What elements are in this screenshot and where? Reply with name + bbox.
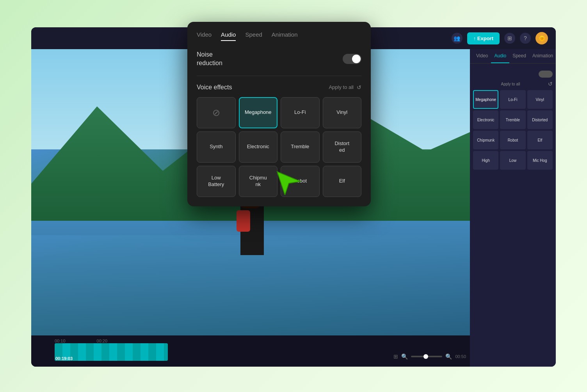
effect-tremble[interactable]: Tremble — [281, 131, 320, 163]
effect-megaphone-right[interactable]: Megaphone — [473, 90, 498, 109]
help-icon[interactable]: ? — [520, 33, 531, 44]
overlay-tab-speed[interactable]: Speed — [245, 31, 262, 41]
effect-michog-right[interactable]: Mic Hog — [527, 151, 553, 170]
zoom-time-label: 00:50 — [455, 354, 466, 359]
voice-effects-label: Voice effects — [197, 84, 232, 91]
zoom-slider[interactable] — [411, 356, 442, 357]
right-panel-tabs: Video Audio Speed Animation — [470, 49, 556, 64]
none-icon: ⊘ — [212, 106, 220, 119]
effect-vinyl[interactable]: Vinyl — [323, 97, 362, 128]
right-panel-content: Apply to all ↺ Megaphone Lo-Fi Vinyl Ele… — [470, 64, 556, 367]
people-icon[interactable]: 👥 — [452, 33, 462, 44]
right-panel: Video Audio Speed Animation Apply to all… — [470, 49, 556, 367]
zoom-out-icon[interactable]: 🔍 — [401, 353, 408, 360]
add-media-icon[interactable]: ⊞ — [393, 353, 398, 360]
toggle-thumb — [352, 55, 361, 63]
effect-robot[interactable]: Robot — [281, 166, 320, 197]
reset-icon-right[interactable]: ↺ — [548, 81, 553, 87]
export-button[interactable]: ↑ Export — [467, 32, 500, 44]
noise-reduction-toggle[interactable] — [343, 54, 361, 64]
zoom-slider-thumb — [423, 354, 428, 359]
effect-high-right[interactable]: High — [473, 151, 498, 170]
effect-distorted[interactable]: Distorted — [323, 131, 362, 163]
effect-low-right[interactable]: Low — [500, 151, 525, 170]
effect-synth[interactable]: Synth — [197, 131, 236, 163]
grid-icon[interactable]: ⊞ — [504, 33, 515, 44]
effect-none[interactable]: ⊘ — [197, 97, 236, 128]
overlay-tab-video[interactable]: Video — [197, 31, 212, 41]
noise-reduction-row: Noise reduction — [197, 50, 361, 68]
overlay-panel: Video Audio Speed Animation Noise reduct… — [187, 22, 371, 206]
voice-effects-header: Voice effects Apply to all ↺ — [197, 84, 361, 91]
effect-robot-right[interactable]: Robot — [500, 131, 525, 149]
timeline-ruler: 00:10 00:20 — [55, 339, 466, 343]
rp-effects-header: Apply to all ↺ — [473, 81, 553, 87]
effects-grid-right: Megaphone Lo-Fi Vinyl Electronic Tremble… — [473, 90, 553, 170]
effect-low-battery[interactable]: LowBattery — [197, 166, 236, 197]
apply-to-all-overlay[interactable]: Apply to all — [329, 84, 354, 90]
effect-megaphone[interactable]: Megaphone — [239, 97, 278, 128]
effects-grid-main: ⊘ Megaphone Lo-Fi Vinyl Synth Electronic… — [197, 97, 361, 197]
topbar-right: 👥 ↑ Export ⊞ ? 🌞 — [452, 32, 548, 44]
panel-tabs: Video Audio Speed Animation — [197, 31, 361, 41]
effect-chipmunk[interactable]: Chipmunk — [239, 166, 278, 197]
effect-elf-right[interactable]: Elf — [527, 131, 553, 149]
overlay-tab-animation[interactable]: Animation — [272, 31, 298, 41]
effect-tremble-right[interactable]: Tremble — [500, 110, 525, 129]
reset-icon-overlay[interactable]: ↺ — [357, 84, 361, 90]
tab-video-right[interactable]: Video — [473, 49, 491, 63]
rp-toggle-row — [473, 67, 553, 81]
timeline-icons: ⊞ 🔍 🔍 00:50 — [393, 353, 466, 360]
ruler-marker-1: 00:10 — [55, 339, 66, 343]
effect-vinyl-right[interactable]: Vinyl — [527, 90, 553, 109]
section-divider — [197, 76, 361, 76]
effect-lofi[interactable]: Lo-Fi — [281, 97, 320, 128]
apply-to-all-right[interactable]: Apply to all — [501, 82, 520, 86]
effect-electronic-right[interactable]: Electronic — [473, 110, 498, 129]
timeline-area: 00:10 00:20 00:19:03 ⊞ 🔍 🔍 00:50 — [31, 335, 470, 367]
ruler-marker-2: 00:20 — [97, 339, 108, 343]
effect-elf[interactable]: Elf — [323, 166, 362, 197]
track-time-label: 00:19:03 — [55, 356, 73, 361]
overlay-tab-audio[interactable]: Audio — [221, 31, 236, 41]
noise-reduction-label: Noise reduction — [197, 50, 222, 68]
effect-electronic[interactable]: Electronic — [239, 131, 278, 163]
tab-animation-right[interactable]: Animation — [529, 49, 556, 63]
zoom-in-icon[interactable]: 🔍 — [445, 353, 452, 360]
tab-speed-right[interactable]: Speed — [509, 49, 529, 63]
tab-audio-right[interactable]: Audio — [491, 49, 509, 63]
user-avatar[interactable]: 🌞 — [535, 32, 548, 44]
effect-chipmunk-right[interactable]: Chipmunk — [473, 131, 498, 149]
effect-lofi-right[interactable]: Lo-Fi — [500, 90, 525, 109]
effect-distorted-right[interactable]: Distorted — [527, 110, 553, 129]
noise-reduction-toggle-right[interactable] — [539, 71, 553, 78]
